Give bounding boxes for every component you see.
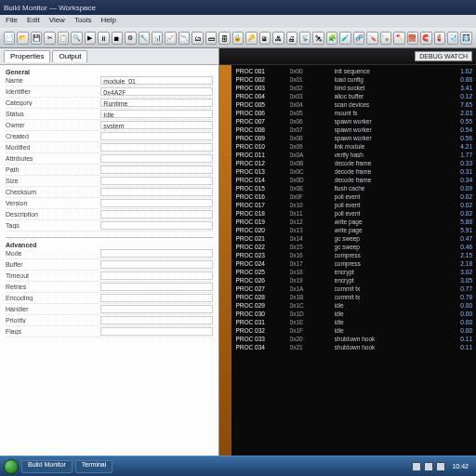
toolbar-button-15[interactable]: 🗃 [205, 32, 217, 45]
property-value-input[interactable] [100, 154, 212, 163]
toolbar-button-12[interactable]: 📈 [165, 32, 176, 45]
property-label: Owner [6, 122, 100, 128]
property-value-input[interactable] [100, 249, 212, 258]
console-line: PROC 0250x18encrypt3.02 [236, 268, 472, 276]
toolbar-button-31[interactable]: 🧲 [420, 32, 431, 45]
property-value-input[interactable] [100, 271, 212, 280]
property-value-input[interactable] [100, 260, 212, 269]
toolbar-button-1[interactable]: 📂 [17, 32, 28, 45]
property-value-input[interactable] [100, 283, 212, 291]
property-label: Tags [6, 222, 100, 229]
toolbar-button-27[interactable]: 🪛 [366, 32, 377, 45]
console-col-c1: PROC 026 [236, 276, 284, 284]
menu-tools[interactable]: Tools [74, 16, 92, 27]
toolbar-button-3[interactable]: ✂ [44, 32, 55, 45]
toolbar-button-26[interactable]: 🧬 [353, 32, 364, 45]
console-col-c2: 0x06 [290, 117, 329, 126]
toolbar-button-33[interactable]: 🩺 [447, 32, 458, 45]
console-col-c3: gc sweep [335, 234, 430, 243]
toolbar-button-28[interactable]: 🪚 [380, 32, 391, 45]
panel-badge: DEBUG WATCH [415, 51, 472, 61]
console-line: PROC 0220x15gc sweep0.46 [236, 243, 472, 251]
property-value-input[interactable]: 0x4A2F [100, 87, 212, 96]
menu-view[interactable]: View [49, 16, 65, 27]
property-value-input[interactable] [100, 305, 212, 313]
property-value-input[interactable]: module_01 [100, 76, 212, 85]
toolbar-button-11[interactable]: 📊 [152, 32, 163, 45]
property-value-input[interactable] [100, 132, 212, 140]
console-line: PROC 0170x10poll event0.02 [236, 201, 472, 209]
menu-file[interactable]: File [6, 16, 18, 27]
toolbar-button-18[interactable]: 🔑 [245, 32, 257, 45]
console-col-c1: PROC 007 [236, 117, 284, 126]
property-value-input[interactable]: system [100, 121, 212, 129]
console-line: PROC 0280x1Bcommit tx0.78 [236, 293, 472, 301]
taskbar[interactable]: Build MonitorTerminal 10:42 [0, 456, 476, 476]
property-value-input[interactable] [100, 177, 212, 185]
tray-icon[interactable] [436, 462, 445, 471]
console-col-c3: write page [335, 226, 430, 234]
property-value-input[interactable] [100, 327, 212, 336]
property-row: Priority [6, 315, 213, 326]
property-row: Mode [6, 248, 213, 259]
toolbar-button-34[interactable]: 🩻 [460, 32, 471, 45]
toolbar-button-30[interactable]: 🧱 [407, 32, 418, 45]
toolbar-button-22[interactable]: 📡 [299, 32, 311, 45]
taskbar-button[interactable]: Build Monitor [21, 460, 73, 473]
console-col-c4: 7.65 [435, 100, 472, 109]
toolbar-button-13[interactable]: 📉 [178, 32, 190, 45]
console-col-c1: PROC 002 [236, 75, 284, 84]
toolbar-button-20[interactable]: 🖧 [272, 32, 284, 45]
property-value-input[interactable]: Idle [100, 110, 212, 118]
console-output[interactable]: PROC 0010x00init sequence1.02PROC 0020x0… [232, 65, 476, 456]
toolbar-button-16[interactable]: 🗄 [218, 32, 230, 45]
toolbar-button-17[interactable]: 🔒 [232, 32, 244, 45]
toolbar-button-25[interactable]: 🧪 [339, 32, 350, 45]
toolbar-button-2[interactable]: 💾 [31, 32, 42, 45]
console-col-c4: 0.46 [435, 243, 472, 251]
property-value-input[interactable] [100, 143, 212, 152]
console-col-c4: 3.05 [435, 276, 472, 284]
property-value-input[interactable] [100, 294, 212, 302]
start-button[interactable] [4, 459, 19, 474]
toolbar-button-8[interactable]: ⏹ [112, 32, 123, 45]
property-value-input[interactable] [100, 210, 212, 218]
tray-icon[interactable] [424, 462, 433, 471]
window-titlebar[interactable]: Build Monitor — Workspace [0, 0, 476, 15]
property-value-input[interactable] [100, 165, 212, 174]
property-value-input[interactable] [100, 221, 212, 230]
tab-properties[interactable]: Properties [4, 50, 50, 62]
console-col-c1: PROC 020 [236, 226, 284, 234]
toolbar-button-19[interactable]: 🖥 [259, 32, 271, 45]
tray-icon[interactable] [412, 462, 421, 471]
system-tray[interactable]: 10:42 [412, 462, 472, 471]
property-value-input[interactable] [100, 199, 212, 207]
toolbar-button-21[interactable]: 🖨 [286, 32, 298, 45]
console-col-c3: write page [335, 218, 430, 226]
taskbar-button[interactable]: Terminal [75, 460, 112, 473]
console-col-c2: 0x20 [290, 335, 329, 343]
toolbar-button-32[interactable]: 🧯 [434, 32, 445, 45]
tab-output[interactable]: Output [52, 50, 87, 62]
console-line: PROC 0110x0Averify hash1.77 [236, 151, 472, 159]
property-value-input[interactable] [100, 188, 212, 196]
console-col-c4: 0.00 [435, 301, 472, 310]
property-value-input[interactable]: Runtime [100, 99, 212, 107]
menu-help[interactable]: Help [101, 16, 116, 27]
console-col-c3: compress [335, 251, 430, 259]
toolbar-button-24[interactable]: 🧩 [326, 32, 337, 45]
toolbar-button-7[interactable]: ⏸ [98, 32, 109, 45]
toolbar-button-6[interactable]: ▶ [85, 32, 96, 45]
console-col-c2: 0x0C [290, 167, 329, 176]
toolbar-button-0[interactable]: 📄 [4, 32, 15, 45]
toolbar-button-14[interactable]: 🗂 [192, 32, 203, 45]
toolbar-button-5[interactable]: 🔍 [71, 32, 82, 45]
toolbar-button-29[interactable]: 🪓 [393, 32, 404, 45]
property-value-input[interactable] [100, 316, 212, 324]
toolbar-button-4[interactable]: 📋 [58, 32, 69, 45]
toolbar-button-23[interactable]: 🛰 [312, 32, 324, 45]
toolbar-button-10[interactable]: 🔧 [139, 32, 150, 45]
console-col-c3: encrypt [335, 276, 430, 284]
menu-edit[interactable]: Edit [27, 16, 40, 27]
toolbar-button-9[interactable]: ⚙ [125, 32, 136, 45]
